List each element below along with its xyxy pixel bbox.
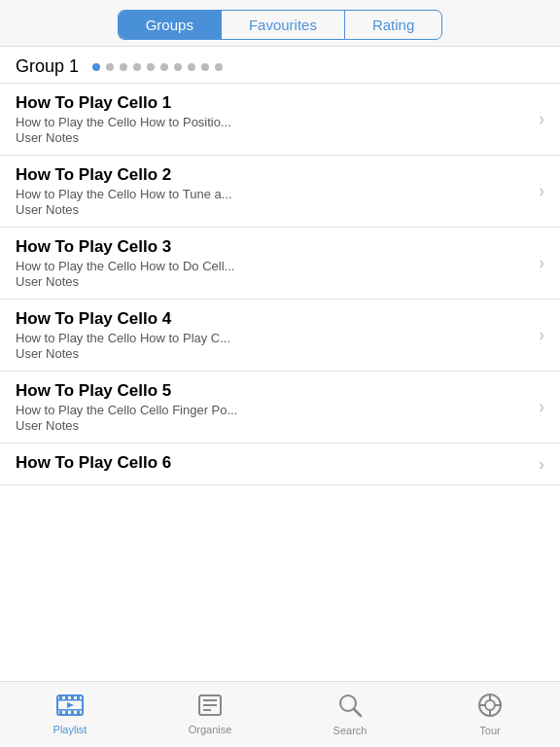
- item-note: User Notes: [16, 130, 531, 145]
- top-tab-bar: Groups Favourites Rating: [0, 0, 560, 47]
- dot-3[interactable]: [120, 63, 127, 71]
- dot-7[interactable]: [174, 63, 182, 71]
- playlist-icon: [56, 694, 84, 721]
- bottom-tab-organise-label: Organise: [189, 724, 232, 735]
- svg-point-19: [485, 700, 495, 710]
- list-item[interactable]: How To Play Cello 4 How to Play the Cell…: [0, 300, 560, 372]
- chevron-icon: ›: [539, 109, 544, 129]
- list-item-content: How To Play Cello 2 How to Play the Cell…: [16, 165, 531, 217]
- svg-rect-7: [59, 711, 62, 715]
- dot-10[interactable]: [215, 63, 223, 71]
- bottom-tab-playlist[interactable]: Playlist: [0, 682, 140, 747]
- svg-rect-10: [77, 711, 80, 715]
- item-subtitle: How to Play the Cello Cello Finger Po...: [16, 403, 531, 417]
- list-item[interactable]: How To Play Cello 5 How to Play the Cell…: [0, 372, 560, 444]
- dot-1[interactable]: [92, 63, 100, 71]
- tab-group: Groups Favourites Rating: [118, 10, 443, 40]
- bottom-tab-tour[interactable]: Tour: [420, 682, 560, 747]
- item-note: User Notes: [16, 346, 531, 361]
- item-note: User Notes: [16, 202, 531, 217]
- svg-rect-5: [71, 695, 74, 699]
- svg-line-17: [354, 709, 361, 716]
- svg-marker-11: [67, 702, 74, 708]
- svg-rect-3: [59, 695, 62, 699]
- list-item-content: How To Play Cello 3 How to Play the Cell…: [16, 237, 531, 289]
- bottom-tab-search[interactable]: Search: [280, 682, 420, 747]
- bottom-tab-search-label: Search: [333, 725, 368, 736]
- item-title: How To Play Cello 6: [16, 453, 531, 473]
- bottom-tab-bar: Playlist Organise Search: [0, 681, 560, 747]
- chevron-icon: ›: [539, 397, 544, 417]
- organise-icon: [197, 694, 223, 721]
- playlist-list: How To Play Cello 1 How to Play the Cell…: [0, 84, 560, 681]
- item-title: How To Play Cello 4: [16, 309, 531, 329]
- item-note: User Notes: [16, 418, 531, 433]
- item-title: How To Play Cello 3: [16, 237, 531, 257]
- list-item[interactable]: How To Play Cello 1 How to Play the Cell…: [0, 84, 560, 156]
- bottom-tab-playlist-label: Playlist: [53, 724, 88, 735]
- tour-icon: [477, 693, 503, 722]
- dot-9[interactable]: [201, 63, 209, 71]
- list-item-content: How To Play Cello 5 How to Play the Cell…: [16, 381, 531, 433]
- chevron-icon: ›: [539, 181, 544, 201]
- dot-4[interactable]: [133, 63, 141, 71]
- search-icon: [337, 693, 363, 722]
- chevron-icon: ›: [539, 325, 544, 345]
- item-subtitle: How to Play the Cello How to Positio...: [16, 115, 531, 129]
- tab-groups[interactable]: Groups: [119, 11, 222, 39]
- svg-rect-6: [77, 695, 80, 699]
- tab-rating[interactable]: Rating: [345, 11, 441, 39]
- svg-rect-8: [65, 711, 68, 715]
- chevron-icon: ›: [539, 454, 544, 475]
- group-header: Group 1: [0, 47, 560, 83]
- group-title: Group 1: [16, 56, 79, 77]
- dot-8[interactable]: [188, 63, 195, 71]
- item-note: User Notes: [16, 274, 531, 289]
- item-title: How To Play Cello 1: [16, 93, 531, 113]
- tab-favourites[interactable]: Favourites: [222, 11, 345, 39]
- list-item-content: How To Play Cello 6: [16, 453, 531, 475]
- dot-6[interactable]: [160, 63, 168, 71]
- item-subtitle: How to Play the Cello How to Tune a...: [16, 187, 531, 201]
- chevron-icon: ›: [539, 253, 544, 273]
- svg-rect-9: [71, 711, 74, 715]
- list-item-content: How To Play Cello 4 How to Play the Cell…: [16, 309, 531, 361]
- svg-rect-2: [57, 709, 83, 711]
- svg-rect-4: [65, 695, 68, 699]
- list-item-content: How To Play Cello 1 How to Play the Cell…: [16, 93, 531, 145]
- dot-2[interactable]: [106, 63, 114, 71]
- list-item[interactable]: How To Play Cello 3 How to Play the Cell…: [0, 228, 560, 300]
- item-subtitle: How to Play the Cello How to Do Cell...: [16, 259, 531, 273]
- bottom-tab-tour-label: Tour: [479, 725, 500, 736]
- svg-rect-1: [57, 699, 83, 701]
- pagination-dots: [92, 63, 223, 71]
- bottom-tab-organise[interactable]: Organise: [140, 682, 280, 747]
- dot-5[interactable]: [147, 63, 155, 71]
- item-subtitle: How to Play the Cello How to Play C...: [16, 331, 531, 345]
- item-title: How To Play Cello 5: [16, 381, 531, 401]
- item-title: How To Play Cello 2: [16, 165, 531, 185]
- list-item[interactable]: How To Play Cello 6 ›: [0, 444, 560, 485]
- list-item[interactable]: How To Play Cello 2 How to Play the Cell…: [0, 156, 560, 228]
